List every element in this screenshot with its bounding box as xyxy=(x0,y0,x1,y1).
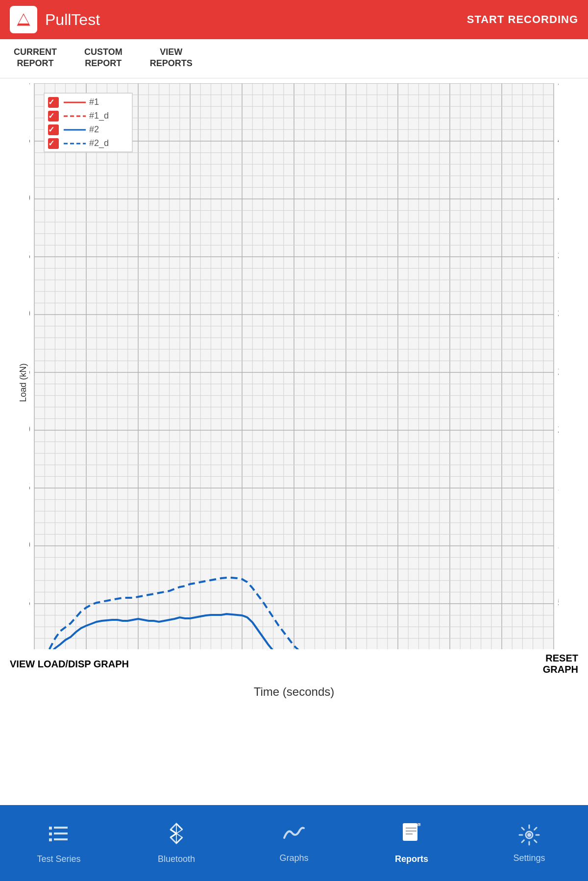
bottom-nav: Test Series Bluetooth Graphs xyxy=(0,805,588,881)
nav-label-bluetooth: Bluetooth xyxy=(158,854,195,864)
svg-text:30: 30 xyxy=(29,307,30,319)
tab-bar: CURRENT REPORT CUSTOM REPORT VIEW REPORT… xyxy=(0,39,588,78)
start-recording-button[interactable]: START RECORDING xyxy=(467,13,578,26)
reports-icon xyxy=(399,822,424,850)
svg-text:5: 5 xyxy=(558,596,559,609)
app-logo xyxy=(10,6,37,33)
svg-rect-161 xyxy=(54,838,68,840)
nav-item-graphs[interactable]: Graphs xyxy=(235,823,353,863)
nav-item-test-series[interactable]: Test Series xyxy=(0,822,118,864)
svg-text:✓: ✓ xyxy=(48,125,54,134)
tab-current-report[interactable]: CURRENT REPORT xyxy=(0,42,71,76)
svg-text:45: 45 xyxy=(29,134,30,146)
svg-text:5: 5 xyxy=(29,596,30,609)
nav-label-reports: Reports xyxy=(395,854,428,864)
svg-rect-166 xyxy=(403,823,417,841)
chart-container: Load (kN) Displacement (mm) xyxy=(0,78,588,755)
svg-text:15: 15 xyxy=(29,481,30,493)
svg-text:✓: ✓ xyxy=(48,139,54,147)
svg-text:10: 10 xyxy=(29,538,30,551)
graphs-icon xyxy=(282,823,306,849)
nav-item-bluetooth[interactable]: Bluetooth xyxy=(118,822,235,864)
svg-text:25: 25 xyxy=(29,365,30,377)
svg-rect-157 xyxy=(54,827,68,829)
svg-text:20: 20 xyxy=(29,423,30,435)
svg-text:15: 15 xyxy=(558,481,559,493)
nav-label-settings: Settings xyxy=(513,853,545,863)
app-title: PullTest xyxy=(45,11,100,29)
y-axis-left-label: Load (kN) xyxy=(18,363,28,402)
tab-view-reports[interactable]: VIEW REPORTS xyxy=(136,42,206,76)
svg-text:50: 50 xyxy=(558,83,559,88)
svg-text:25: 25 xyxy=(558,365,559,377)
svg-text:10: 10 xyxy=(558,538,559,551)
svg-line-165 xyxy=(171,833,176,837)
svg-text:#1: #1 xyxy=(89,97,99,107)
app-header: PullTest START RECORDING xyxy=(0,0,588,39)
main-chart-svg: 0 5 10 15 20 25 30 35 40 45 50 0 5 10 15… xyxy=(29,83,559,701)
svg-text:40: 40 xyxy=(29,192,30,204)
graph-actions-bar: VIEW LOAD/DISP GRAPH RESET GRAPH xyxy=(0,649,588,679)
svg-line-163 xyxy=(176,837,182,843)
svg-rect-160 xyxy=(49,838,52,841)
test-series-icon xyxy=(47,822,71,850)
svg-text:35: 35 xyxy=(558,249,559,262)
settings-icon xyxy=(517,823,541,849)
svg-text:35: 35 xyxy=(29,249,30,262)
svg-rect-156 xyxy=(49,827,52,830)
svg-text:20: 20 xyxy=(558,423,559,435)
view-graph-button[interactable]: VIEW LOAD/DISP GRAPH xyxy=(10,659,129,670)
svg-text:Time (seconds): Time (seconds) xyxy=(254,685,334,698)
svg-text:✓: ✓ xyxy=(48,112,54,120)
svg-text:40: 40 xyxy=(558,192,559,204)
svg-text:30: 30 xyxy=(558,307,559,319)
svg-text:#2_d: #2_d xyxy=(89,138,109,148)
header-left: PullTest xyxy=(10,6,100,33)
nav-label-test-series: Test Series xyxy=(37,854,80,864)
svg-rect-159 xyxy=(54,832,68,834)
svg-point-173 xyxy=(527,833,531,837)
svg-text:#1_d: #1_d xyxy=(89,111,109,121)
bluetooth-icon xyxy=(165,822,188,850)
nav-item-settings[interactable]: Settings xyxy=(470,823,588,863)
svg-rect-158 xyxy=(49,832,52,835)
svg-text:#2: #2 xyxy=(89,124,99,134)
svg-line-164 xyxy=(171,830,176,833)
tab-custom-report[interactable]: CUSTOM REPORT xyxy=(71,42,136,76)
svg-line-162 xyxy=(176,824,182,830)
nav-label-graphs: Graphs xyxy=(279,853,308,863)
svg-text:✓: ✓ xyxy=(48,98,54,106)
svg-text:45: 45 xyxy=(558,134,559,146)
svg-text:50: 50 xyxy=(29,83,30,88)
nav-item-reports[interactable]: Reports xyxy=(353,822,470,864)
reset-graph-button[interactable]: RESET GRAPH xyxy=(543,653,578,675)
